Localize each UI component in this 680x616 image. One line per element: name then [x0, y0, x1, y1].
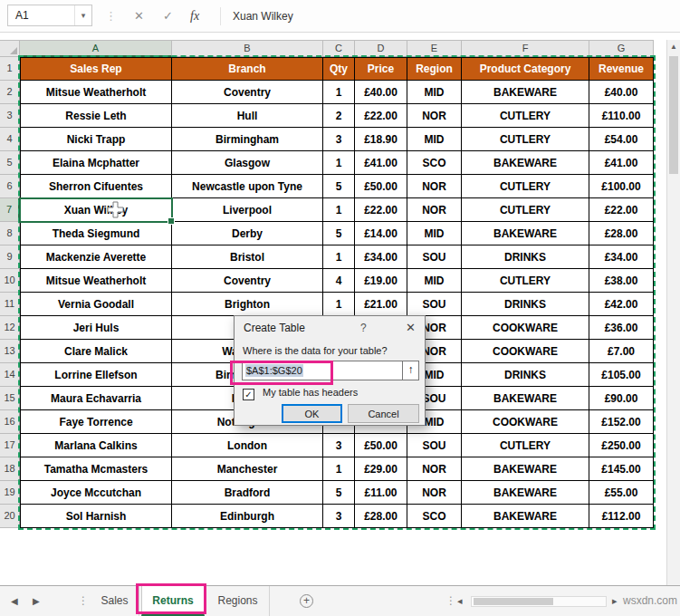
- table-range-input[interactable]: $A$1:$G$20 ↑: [242, 361, 419, 380]
- cell-E4[interactable]: MID: [407, 128, 462, 151]
- headers-checkbox[interactable]: ✓: [243, 389, 254, 400]
- select-all-corner[interactable]: [0, 40, 20, 57]
- cell-A17[interactable]: Marlana Calkins: [20, 434, 172, 457]
- cell-B19[interactable]: Bradford: [172, 481, 323, 505]
- row-header-16[interactable]: 16: [0, 410, 20, 434]
- row-header-11[interactable]: 11: [0, 293, 20, 316]
- cell-C20[interactable]: 3: [323, 505, 355, 528]
- sheet-tab-returns[interactable]: Returns: [141, 586, 205, 616]
- cell-F7[interactable]: CUTLERY: [462, 198, 589, 222]
- cell-A12[interactable]: Jeri Huls: [20, 316, 172, 340]
- horizontal-scroll-thumb[interactable]: [474, 598, 553, 605]
- cell-A2[interactable]: Mitsue Weatherholt: [20, 81, 172, 104]
- cell-F6[interactable]: CUTLERY: [462, 175, 589, 198]
- cell-F12[interactable]: COOKWARE: [462, 316, 589, 340]
- cell-G16[interactable]: £152.00: [589, 410, 654, 434]
- cell-A7[interactable]: Xuan Wilkey: [20, 198, 172, 222]
- cell-F15[interactable]: BAKEWARE: [462, 387, 589, 410]
- row-header-5[interactable]: 5: [0, 151, 20, 175]
- cell-G10[interactable]: £38.00: [589, 269, 654, 293]
- cell-F5[interactable]: BAKEWARE: [462, 151, 589, 175]
- cell-E19[interactable]: NOR: [407, 481, 462, 505]
- cell-G11[interactable]: £42.00: [589, 293, 654, 316]
- cell-D5[interactable]: £41.00: [355, 151, 407, 175]
- cell-E9[interactable]: SOU: [407, 245, 462, 269]
- cell-F2[interactable]: BAKEWARE: [462, 81, 589, 104]
- cell-A11[interactable]: Vernia Goodall: [20, 293, 172, 316]
- cell-E10[interactable]: MID: [407, 269, 462, 293]
- cell-C17[interactable]: 3: [323, 434, 355, 457]
- cell-F9[interactable]: DRINKS: [462, 245, 589, 269]
- cell-G1[interactable]: Revenue: [589, 57, 654, 81]
- column-header-C[interactable]: C: [323, 40, 355, 57]
- row-header-1[interactable]: 1: [0, 57, 20, 81]
- cell-B11[interactable]: Brighton: [172, 293, 323, 316]
- cell-C4[interactable]: 3: [323, 128, 355, 151]
- row-header-6[interactable]: 6: [0, 175, 20, 198]
- cell-F19[interactable]: BAKEWARE: [462, 481, 589, 505]
- cell-E6[interactable]: NOR: [407, 175, 462, 198]
- cell-C3[interactable]: 2: [323, 104, 355, 128]
- row-header-12[interactable]: 12: [0, 316, 20, 340]
- cell-C19[interactable]: 5: [323, 481, 355, 505]
- cell-G8[interactable]: £28.00: [589, 222, 654, 245]
- cell-G12[interactable]: £36.00: [589, 316, 654, 340]
- cell-A19[interactable]: Joyce Mccutchan: [20, 481, 172, 505]
- cell-C9[interactable]: 1: [323, 245, 355, 269]
- cell-B5[interactable]: Glasgow: [172, 151, 323, 175]
- cell-A6[interactable]: Sherron Cifuentes: [20, 175, 172, 198]
- sheet-tab-sales[interactable]: Sales: [91, 586, 139, 616]
- row-header-20[interactable]: 20: [0, 505, 20, 528]
- horizontal-scrollbar[interactable]: [471, 596, 607, 607]
- row-header-13[interactable]: 13: [0, 340, 20, 363]
- cell-D17[interactable]: £50.00: [355, 434, 407, 457]
- cell-A8[interactable]: Theda Siegmund: [20, 222, 172, 245]
- cell-B8[interactable]: Derby: [172, 222, 323, 245]
- name-box[interactable]: A1 ▾: [7, 5, 92, 26]
- cell-E3[interactable]: NOR: [407, 104, 462, 128]
- row-header-2[interactable]: 2: [0, 81, 20, 104]
- row-header-14[interactable]: 14: [0, 363, 20, 387]
- cell-A16[interactable]: Faye Torrence: [20, 410, 172, 434]
- cell-G20[interactable]: £112.00: [589, 505, 654, 528]
- cell-F3[interactable]: CUTLERY: [462, 104, 589, 128]
- tab-nav-right-icon[interactable]: ▶: [33, 586, 40, 616]
- cell-F20[interactable]: BAKEWARE: [462, 505, 589, 528]
- cell-D8[interactable]: £14.00: [355, 222, 407, 245]
- headers-checkbox-label[interactable]: My table has headers: [263, 387, 358, 398]
- row-header-10[interactable]: 10: [0, 269, 20, 293]
- row-header-8[interactable]: 8: [0, 222, 20, 245]
- cell-A4[interactable]: Nicki Trapp: [20, 128, 172, 151]
- cell-C7[interactable]: 1: [323, 198, 355, 222]
- cell-E11[interactable]: SOU: [407, 293, 462, 316]
- cancel-button[interactable]: Cancel: [348, 404, 419, 423]
- column-header-B[interactable]: B: [172, 40, 323, 57]
- cell-B4[interactable]: Birmingham: [172, 128, 323, 151]
- cell-G5[interactable]: £41.00: [589, 151, 654, 175]
- hscroll-right-icon[interactable]: ▸: [612, 586, 618, 616]
- column-header-A[interactable]: A: [20, 40, 172, 57]
- cell-G4[interactable]: £54.00: [589, 128, 654, 151]
- cell-A13[interactable]: Clare Malick: [20, 340, 172, 363]
- cell-G17[interactable]: £250.00: [589, 434, 654, 457]
- cell-A15[interactable]: Maura Echavarria: [20, 387, 172, 410]
- cell-F14[interactable]: DRINKS: [462, 363, 589, 387]
- cell-D1[interactable]: Price: [355, 57, 407, 81]
- cell-C8[interactable]: 5: [323, 222, 355, 245]
- cell-A3[interactable]: Ressie Leth: [20, 104, 172, 128]
- cell-D20[interactable]: £28.00: [355, 505, 407, 528]
- cell-B7[interactable]: Liverpool: [172, 198, 323, 222]
- cell-F10[interactable]: CUTLERY: [462, 269, 589, 293]
- close-icon[interactable]: ✕: [406, 321, 416, 334]
- insert-function-icon[interactable]: fx: [190, 0, 199, 33]
- cell-E18[interactable]: NOR: [407, 457, 462, 481]
- cell-B9[interactable]: Bristol: [172, 245, 323, 269]
- row-header-15[interactable]: 15: [0, 387, 20, 410]
- cell-G18[interactable]: £145.00: [589, 457, 654, 481]
- row-header-3[interactable]: 3: [0, 104, 20, 128]
- cell-B10[interactable]: Coventry: [172, 269, 323, 293]
- column-header-F[interactable]: F: [462, 40, 589, 57]
- cell-A10[interactable]: Mitsue Weatherholt: [20, 269, 172, 293]
- cell-F16[interactable]: COOKWARE: [462, 410, 589, 434]
- row-header-19[interactable]: 19: [0, 481, 20, 505]
